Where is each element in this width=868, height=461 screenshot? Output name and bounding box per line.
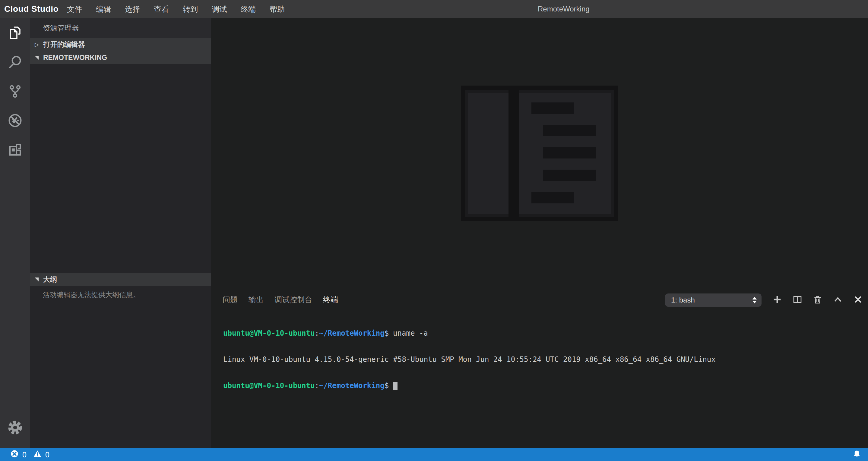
extensions-icon: [8, 143, 22, 157]
new-terminal-button[interactable]: [772, 295, 782, 305]
terminal-line: ubuntu@VM-0-10-ubuntu:~/RemoteWorking$: [223, 382, 862, 390]
terminal-line: ubuntu@VM-0-10-ubuntu:~/RemoteWorking$un…: [223, 329, 862, 338]
select-spinner-icon: [752, 297, 757, 303]
section-outline[interactable]: 大纲: [30, 273, 211, 286]
menu-item-debug[interactable]: 调试: [212, 4, 227, 14]
maximize-panel-button[interactable]: [833, 295, 843, 305]
settings-gear-icon: [7, 420, 23, 436]
bell-icon: [852, 450, 861, 460]
watermark-left-panel: [468, 93, 508, 214]
files-icon: [8, 26, 22, 40]
editor-watermark: [461, 86, 618, 221]
triangle-down-icon: [35, 56, 39, 60]
split-terminal-button[interactable]: [792, 295, 803, 305]
search-icon: [8, 55, 22, 69]
section-open-editors[interactable]: ▷ 打开的编辑器: [30, 38, 211, 51]
sidebar-title: 资源管理器: [30, 18, 211, 38]
settings-button[interactable]: [0, 418, 30, 439]
terminal-cursor: [393, 382, 398, 390]
close-icon: [853, 295, 863, 305]
menu-item-terminal[interactable]: 终端: [241, 4, 256, 14]
close-panel-button[interactable]: [853, 295, 863, 305]
tab-terminal[interactable]: 终端: [323, 289, 338, 310]
tab-output[interactable]: 输出: [249, 289, 264, 310]
panel-toolbar: 1: bash: [665, 294, 863, 307]
kill-terminal-button[interactable]: [812, 295, 823, 305]
debug-disabled-icon: [7, 113, 23, 128]
error-icon: [10, 450, 19, 460]
extensions-button[interactable]: [0, 135, 30, 164]
editor-area: [211, 18, 868, 289]
status-bar: 0 0: [0, 448, 868, 461]
error-count: 0: [22, 451, 27, 459]
menu-item-edit[interactable]: 编辑: [96, 4, 111, 14]
tab-problems[interactable]: 问题: [223, 289, 238, 310]
menu-item-goto[interactable]: 转到: [183, 4, 198, 14]
chevron-right-icon: ▷: [35, 42, 39, 47]
terminal-content[interactable]: ubuntu@VM-0-10-ubuntu:~/RemoteWorking$un…: [223, 311, 862, 445]
trash-icon: [813, 295, 823, 305]
menu-item-help[interactable]: 帮助: [270, 4, 285, 14]
triangle-down-icon: [35, 277, 39, 282]
plus-icon: [772, 295, 782, 305]
watermark-divider: [508, 90, 519, 217]
warning-icon: [33, 450, 42, 460]
explorer-sidebar: 资源管理器 ▷ 打开的编辑器 REMOTEWORKING 大纲 活动编辑器无法提…: [30, 18, 211, 448]
menu-item-view[interactable]: 查看: [154, 4, 169, 14]
menu-item-select[interactable]: 选择: [125, 4, 140, 14]
notifications-button[interactable]: [852, 448, 861, 461]
tab-debug-console[interactable]: 调试控制台: [275, 289, 312, 310]
main-menu: 文件 编辑 选择 查看 转到 调试 终端 帮助: [67, 4, 285, 14]
menu-bar: Cloud Studio 文件 编辑 选择 查看 转到 调试 终端 帮助 Rem…: [0, 0, 868, 18]
split-terminal-icon: [793, 295, 802, 305]
section-remoteworking[interactable]: REMOTEWORKING: [30, 51, 211, 64]
problems-status[interactable]: 0 0: [10, 450, 53, 460]
explorer-button[interactable]: [0, 18, 30, 47]
bottom-panel: 问题 输出 调试控制台 终端 1: bash: [211, 289, 868, 448]
app-logo: Cloud Studio: [4, 4, 59, 14]
debug-button[interactable]: [0, 106, 30, 135]
menu-item-file[interactable]: 文件: [67, 4, 82, 14]
source-control-icon: [8, 84, 22, 99]
outline-empty-message: 活动编辑器无法提供大纲信息。: [43, 290, 200, 299]
search-button[interactable]: [0, 47, 30, 76]
warning-count: 0: [45, 451, 50, 459]
terminal-line: Linux VM-0-10-ubuntu 4.15.0-54-generic #…: [223, 355, 862, 364]
source-control-button[interactable]: [0, 76, 30, 106]
terminal-select[interactable]: 1: bash: [665, 294, 762, 307]
watermark-right-panel: [519, 93, 611, 214]
window-title: RemoteWorking: [538, 0, 590, 18]
activity-bar: [0, 18, 30, 448]
chevron-up-icon: [833, 295, 843, 305]
